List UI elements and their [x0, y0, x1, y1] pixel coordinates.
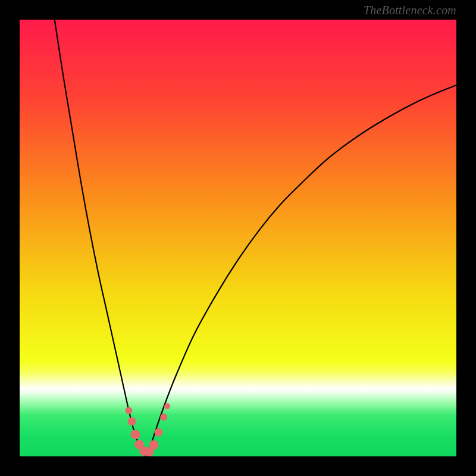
chart-area: [20, 20, 456, 456]
valley-dot: [149, 440, 158, 450]
chart-svg: [20, 20, 456, 456]
gradient-background: [20, 20, 456, 456]
watermark-text: TheBottleneck.com: [364, 4, 456, 17]
valley-dot: [126, 407, 133, 414]
valley-dot: [160, 414, 167, 421]
valley-dot: [154, 428, 162, 437]
valley-dot: [128, 417, 136, 425]
valley-dot: [131, 430, 140, 439]
valley-dot: [164, 403, 170, 409]
